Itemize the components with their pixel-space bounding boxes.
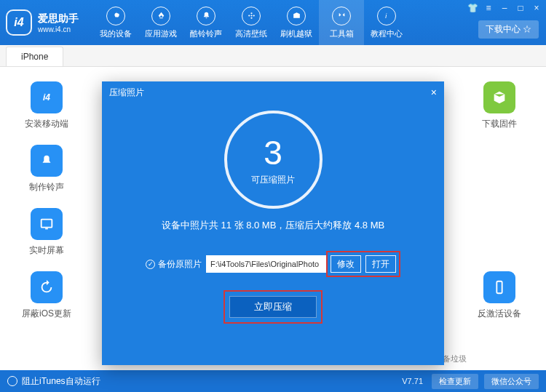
highlight-box: 立即压缩: [223, 290, 323, 324]
skin-icon[interactable]: 👕: [467, 3, 478, 13]
close-icon[interactable]: ×: [531, 3, 542, 13]
tool-label: 反激活设备: [478, 308, 521, 320]
bell-icon: [197, 7, 215, 25]
tool-label: 实时屏幕: [29, 244, 64, 257]
wechat-button[interactable]: 微信公众号: [484, 374, 539, 389]
tool-download-firmware[interactable]: 下载固件: [473, 81, 526, 130]
nav-toolbox[interactable]: 工具箱: [319, 0, 364, 45]
svg-rect-7: [45, 228, 48, 230]
nav-label: 高清壁纸: [235, 28, 267, 39]
tool-block-ios-update[interactable]: 屏蔽iOS更新: [20, 271, 73, 320]
svg-text:i: i: [385, 12, 387, 20]
compress-photos-dialog: 压缩照片 × 3 可压缩照片 设备中照片共 11 张 8.0 MB，压缩后大约释…: [102, 81, 444, 365]
svg-point-4: [253, 15, 254, 16]
svg-rect-6: [41, 220, 52, 228]
nav-label: 我的设备: [100, 28, 132, 39]
toggle-icon: [7, 376, 17, 386]
tool-label: 屏蔽iOS更新: [22, 308, 71, 320]
tab-bar: iPhone: [0, 45, 546, 67]
phone-icon: [483, 271, 515, 303]
apple-icon: [106, 7, 125, 25]
nav-label: 应用游戏: [145, 28, 177, 39]
count-label: 可压缩照片: [251, 174, 295, 186]
nav-label: 教程中心: [371, 28, 403, 39]
download-center-button[interactable]: 下载中心 ☆: [478, 20, 539, 39]
check-update-button[interactable]: 检查更新: [432, 374, 478, 389]
tab-iphone[interactable]: iPhone: [6, 47, 63, 66]
tool-install-mobile[interactable]: i4 安装移动端: [20, 81, 73, 130]
i4-icon: i4: [31, 81, 63, 113]
backup-path-input[interactable]: [206, 255, 326, 273]
flower-icon: [242, 7, 261, 25]
nav-label: 酷铃铃声: [190, 28, 222, 39]
dialog-close-button[interactable]: ×: [431, 87, 437, 98]
content-area: i4 安装移动端 下载固件 制作铃声 实时屏幕 屏蔽iOS更新 反激活设备: [0, 67, 546, 370]
count-circle: 3 可压缩照片: [224, 111, 323, 209]
logo-area: i4 爱思助手 www.i4.cn: [6, 9, 79, 36]
version-label: V7.71: [402, 377, 423, 385]
nav-jailbreak[interactable]: 刷机越狱: [274, 0, 319, 45]
svg-point-0: [250, 15, 252, 16]
window-controls: 👕 ≡ – □ ×: [467, 3, 542, 13]
backup-label: 备份原照片: [158, 258, 202, 271]
dialog-title: 压缩照片: [109, 87, 144, 99]
app-url: www.i4.cn: [38, 25, 79, 33]
open-button[interactable]: 打开: [365, 255, 396, 273]
info-icon: i: [377, 7, 396, 25]
nav-apps[interactable]: 应用游戏: [138, 0, 183, 45]
bell-icon: [31, 145, 63, 177]
screen-icon: [31, 208, 63, 240]
footer-label: 阻止iTunes自动运行: [22, 375, 100, 388]
app-header: i4 爱思助手 www.i4.cn 我的设备 应用游戏 酷铃铃声 高清壁纸 刷机…: [0, 0, 546, 45]
box-icon: [287, 7, 306, 25]
status-bar: 阻止iTunes自动运行 V7.71 检查更新 微信公众号: [0, 370, 546, 392]
maximize-icon[interactable]: □: [515, 3, 526, 13]
nav-tutorial[interactable]: i 教程中心: [364, 0, 409, 45]
tool-label: 制作铃声: [29, 181, 64, 193]
nav-wallpaper[interactable]: 高清壁纸: [229, 0, 274, 45]
svg-rect-8: [496, 281, 502, 294]
settings-icon[interactable]: ≡: [483, 3, 494, 13]
compress-now-button[interactable]: 立即压缩: [229, 296, 317, 318]
compressible-count: 3: [264, 133, 282, 172]
nav-my-device[interactable]: 我的设备: [93, 0, 138, 45]
minimize-icon[interactable]: –: [499, 3, 510, 13]
tools-icon: [332, 7, 351, 25]
svg-point-2: [250, 17, 252, 19]
check-icon: ✓: [146, 260, 155, 269]
logo-icon: i4: [6, 9, 32, 36]
highlight-box: 修改 打开: [326, 251, 400, 277]
itunes-block-toggle[interactable]: 阻止iTunes自动运行: [7, 375, 100, 388]
cube-icon: [483, 81, 515, 113]
tool-deactivate-device[interactable]: 反激活设备: [473, 271, 526, 320]
compression-info: 设备中照片共 11 张 8.0 MB，压缩后大约释放 4.8 MB: [102, 219, 444, 232]
tool-label: 安装移动端: [25, 118, 68, 130]
app-title: 爱思助手: [38, 12, 79, 25]
nav-label: 刷机越狱: [280, 28, 312, 39]
tool-label: 下载固件: [482, 118, 517, 130]
main-nav: 我的设备 应用游戏 酷铃铃声 高清壁纸 刷机越狱 工具箱 i 教程中心: [93, 0, 409, 45]
modify-button[interactable]: 修改: [331, 255, 361, 273]
tool-realtime-screen[interactable]: 实时屏幕: [20, 208, 73, 257]
backup-path-row: ✓ 备份原照片 修改 打开: [102, 251, 444, 277]
appstore-icon: [151, 7, 170, 25]
svg-point-1: [250, 12, 252, 14]
svg-point-3: [248, 15, 250, 16]
tool-make-ringtone[interactable]: 制作铃声: [20, 145, 73, 193]
nav-ringtone[interactable]: 酷铃铃声: [183, 0, 229, 45]
backup-checkbox[interactable]: ✓ 备份原照片: [146, 258, 202, 271]
nav-label: 工具箱: [330, 28, 354, 39]
update-icon: [31, 271, 63, 303]
